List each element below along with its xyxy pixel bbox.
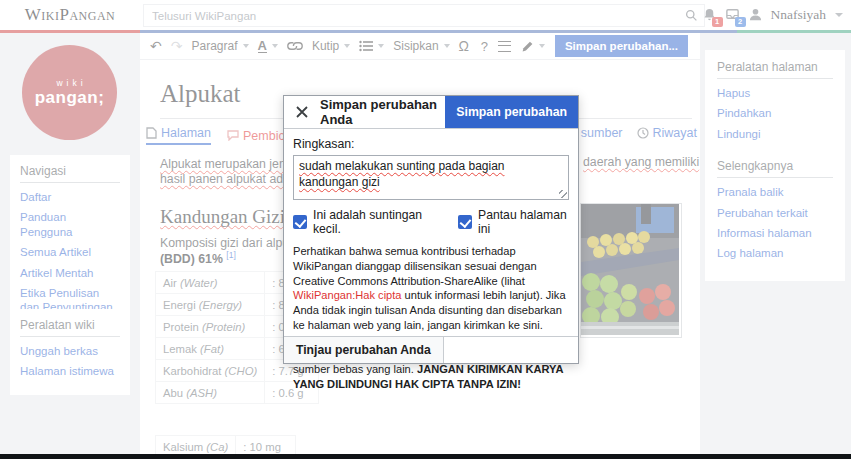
minor-edit-label: Ini adalah suntingan kecil. <box>313 208 436 236</box>
copyright-link[interactable]: WikiPangan:Hak cipta <box>293 289 402 301</box>
summary-label: Ringkasan: <box>293 137 569 151</box>
watch-page-checkbox[interactable] <box>458 215 472 229</box>
dialog-header: Simpan perubahan Anda Simpan perubahan <box>284 96 578 129</box>
watch-page-label: Pantau halaman ini <box>478 208 569 236</box>
license-notice: Perhatikan bahwa semua kontribusi terhad… <box>293 244 569 392</box>
summary-textarea[interactable]: sudah melakukan sunting pada bagian kand… <box>293 155 569 200</box>
review-changes-button[interactable]: Tinjau perubahan Anda <box>284 337 444 363</box>
wikipangan-editor-screen: WikiPangan 1 2 Nnafsiyah <box>0 0 851 459</box>
resize-grip-icon[interactable] <box>559 190 567 198</box>
dialog-title: Simpan perubahan Anda <box>320 96 445 128</box>
bottom-window-edge <box>0 454 851 459</box>
save-changes-button[interactable]: Simpan perubahan <box>445 96 578 128</box>
dialog-footer: Tinjau perubahan Anda <box>284 336 578 363</box>
save-changes-dialog: Simpan perubahan Anda Simpan perubahan R… <box>283 95 579 364</box>
minor-edit-checkbox[interactable] <box>293 215 307 229</box>
minor-edit-option: Ini adalah suntingan kecil. <box>293 208 436 236</box>
close-icon[interactable] <box>284 96 320 128</box>
watch-page-option: Pantau halaman ini <box>458 208 569 236</box>
